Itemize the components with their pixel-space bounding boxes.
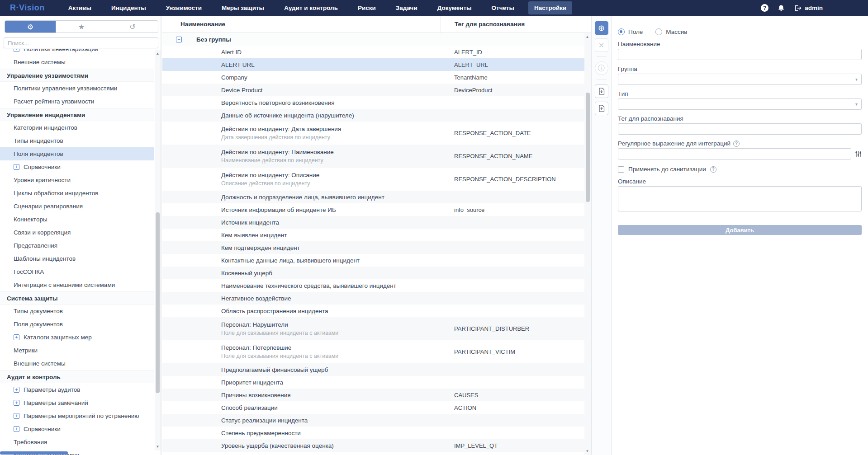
scroll-down-icon[interactable]: ▼: [155, 444, 161, 450]
tree-item[interactable]: Шаблоны инцидентов: [0, 252, 154, 265]
tree-item[interactable]: Метрики: [0, 344, 154, 357]
radio-array[interactable]: Массив: [655, 28, 687, 35]
checkbox-unchecked-icon[interactable]: [618, 166, 624, 173]
table-row[interactable]: Наименование технического средства, выяв…: [162, 279, 584, 292]
table-row[interactable]: Персонал: ПотерпевшиеПоле для связывания…: [162, 340, 584, 363]
expand-plus-icon[interactable]: +: [14, 49, 19, 52]
tree-item[interactable]: Типы инцидентов: [0, 134, 154, 147]
table-row[interactable]: Должность и подразделение лица, выявивше…: [162, 191, 584, 203]
tree-item[interactable]: Циклы обработки инцидентов: [0, 187, 154, 200]
sanitize-checkbox-row[interactable]: Применять до санитизации ?: [618, 166, 862, 173]
tree-item[interactable]: Расчет рейтинга уязвимости: [0, 95, 154, 108]
scroll-down-icon[interactable]: ▼: [584, 448, 590, 454]
tree-item[interactable]: +Политики инвентаризации: [0, 49, 154, 56]
search-input[interactable]: [4, 38, 158, 48]
add-field-button[interactable]: ⊕: [595, 21, 608, 35]
table-row[interactable]: Кем подтвержден инцидент: [162, 241, 584, 254]
table-row[interactable]: Device ProductDeviceProduct: [162, 84, 584, 96]
group-row[interactable]: − Без группы: [162, 33, 584, 46]
group-select[interactable]: [618, 74, 862, 85]
sidebar-scrollbar[interactable]: ▲ ▼: [155, 50, 161, 450]
table-row[interactable]: Действия по инциденту: Дата завершенияДа…: [162, 122, 584, 145]
tree-item[interactable]: Поля инцидентов: [0, 147, 154, 160]
sidebar-hscrollbar-thumb[interactable]: [0, 451, 68, 455]
nav-item-4[interactable]: Меры защиты: [216, 1, 270, 14]
tree-item[interactable]: +Параметры аудитов: [0, 383, 154, 396]
table-scrollbar[interactable]: ▲ ▼: [584, 33, 591, 455]
table-row[interactable]: Источник информации об инциденте ИБinfo_…: [162, 203, 584, 216]
nav-item-9[interactable]: Отчеты: [486, 1, 520, 14]
tree-item[interactable]: +Каталоги защитных мер: [0, 331, 154, 344]
table-row[interactable]: Персонал: НарушителиПоле для связывания …: [162, 317, 584, 340]
description-field[interactable]: [618, 186, 862, 211]
table-row[interactable]: Косвенный ущерб: [162, 267, 584, 279]
tree-item[interactable]: +Параметры мероприятий по устранению: [0, 409, 154, 422]
table-row[interactable]: Причины возникновенияCAUSES: [162, 389, 584, 401]
table-row[interactable]: Источник инцидента: [162, 216, 584, 229]
regex-field[interactable]: [618, 148, 851, 159]
scroll-up-icon[interactable]: ▲: [155, 51, 161, 56]
type-select[interactable]: [618, 99, 862, 110]
tree-item[interactable]: Коннекторы: [0, 213, 154, 226]
help-circle-icon[interactable]: ?: [733, 141, 740, 147]
tree-item[interactable]: Связи и корреляция: [0, 226, 154, 239]
tree-item[interactable]: Требования: [0, 436, 154, 449]
tab-favorites[interactable]: ★: [56, 21, 107, 33]
table-row[interactable]: Статус реализации инцидента: [162, 414, 584, 427]
table-row[interactable]: Негативное воздействие: [162, 292, 584, 305]
nav-item-6[interactable]: Риски: [352, 1, 382, 14]
tree-item[interactable]: +Параметры замечаний: [0, 396, 154, 409]
export-button[interactable]: [595, 102, 608, 115]
import-button[interactable]: [595, 84, 608, 98]
table-row[interactable]: Alert IDALERT_ID: [162, 46, 584, 58]
tree-item[interactable]: ГосСОПКА: [0, 265, 154, 278]
tree-item[interactable]: Представления: [0, 239, 154, 252]
table-row[interactable]: Вероятность повторного возникновения: [162, 96, 584, 109]
tree-item[interactable]: +Справочники: [0, 422, 154, 436]
expand-plus-icon[interactable]: +: [14, 164, 19, 170]
tree-item[interactable]: Типы документов: [0, 305, 154, 318]
tag-field[interactable]: [618, 123, 862, 135]
tab-settings[interactable]: ⚙: [5, 21, 56, 33]
nav-item-3[interactable]: Уязвимости: [160, 1, 208, 14]
tree-item[interactable]: Внешние системы: [0, 357, 154, 370]
table-row[interactable]: Область распространения инцидента: [162, 305, 584, 317]
tree-item[interactable]: Уровни критичности: [0, 174, 154, 187]
expand-plus-icon[interactable]: +: [14, 387, 19, 393]
tab-history[interactable]: ↺: [107, 21, 158, 33]
table-row[interactable]: Контактные данные лица, выявившего инцид…: [162, 254, 584, 267]
tree-item[interactable]: Политики управления уязвимостями: [0, 82, 154, 95]
table-row[interactable]: Действия по инциденту: НаименованиеНаиме…: [162, 145, 584, 168]
help-circle-icon[interactable]: ?: [710, 166, 716, 173]
column-header-name[interactable]: Наименование: [162, 16, 441, 33]
scroll-up-icon[interactable]: ▲: [584, 34, 590, 40]
table-row[interactable]: Данные об источнике инцидента (нарушител…: [162, 109, 584, 122]
nav-item-10[interactable]: Настройки: [528, 1, 572, 14]
table-row[interactable]: Действия по инциденту: ОписаниеОписание …: [162, 168, 584, 191]
add-button[interactable]: Добавить: [618, 225, 862, 235]
expand-plus-icon[interactable]: +: [14, 413, 19, 419]
table-row[interactable]: Кем выявлен инцидент: [162, 229, 584, 241]
nav-item-8[interactable]: Документы: [432, 1, 478, 14]
expand-plus-icon[interactable]: +: [14, 426, 19, 432]
expand-plus-icon[interactable]: +: [14, 334, 19, 340]
nav-item-2[interactable]: Инциденты: [105, 1, 152, 14]
delete-field-button[interactable]: ✕: [595, 38, 608, 52]
table-row[interactable]: Степень преднамеренности: [162, 427, 584, 439]
tree-item[interactable]: +Справочники: [0, 160, 154, 174]
table-row[interactable]: Предполагаемый финансовый ущерб: [162, 363, 584, 376]
help-icon[interactable]: ?: [761, 4, 768, 12]
sliders-icon[interactable]: [855, 150, 862, 157]
expand-plus-icon[interactable]: +: [14, 400, 19, 406]
tree-item[interactable]: Сценарии реагирования: [0, 200, 154, 213]
tree-item[interactable]: Внешние системы: [0, 56, 154, 69]
table-row[interactable]: Приоритет инцидента: [162, 376, 584, 389]
nav-item-7[interactable]: Задачи: [390, 1, 423, 14]
info-button[interactable]: ⓘ: [595, 61, 608, 75]
table-row[interactable]: ALERT URLALERT_URL: [162, 58, 584, 71]
table-row[interactable]: CompanyTenantName: [162, 71, 584, 84]
scrollbar-thumb[interactable]: [586, 93, 590, 202]
column-header-tag[interactable]: Тег для распознавания: [441, 16, 591, 33]
tree-item[interactable]: Поля документов: [0, 318, 154, 331]
tree-item[interactable]: Категории инцидентов: [0, 121, 154, 134]
